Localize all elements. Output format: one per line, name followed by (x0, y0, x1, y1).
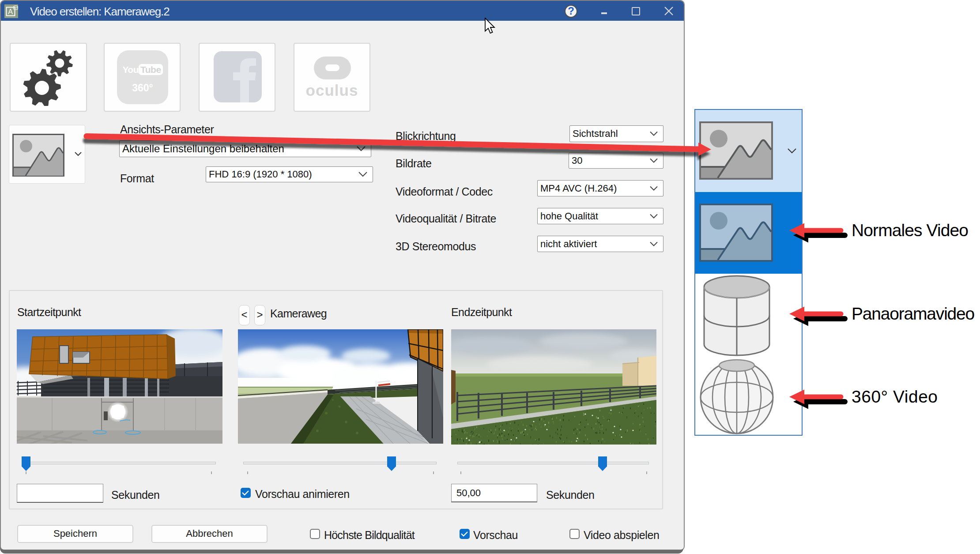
svg-text:A: A (8, 8, 13, 15)
